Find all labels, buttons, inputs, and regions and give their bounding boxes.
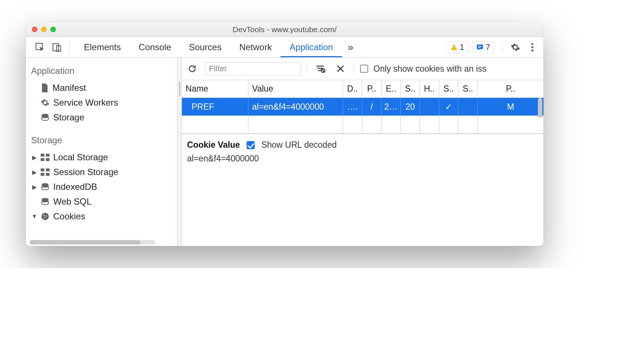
caret-right-icon[interactable]: ▶: [32, 154, 37, 161]
url-decoded-checkbox[interactable]: [247, 141, 255, 149]
cookie-value-text: al=en&f4=4000000: [187, 154, 538, 164]
sidebar-item-label: Cookies: [53, 211, 85, 222]
col-size[interactable]: S..: [401, 80, 420, 98]
svg-rect-19: [46, 173, 50, 176]
database-icon: [41, 197, 50, 206]
caret-down-icon[interactable]: ▼: [32, 213, 37, 220]
col-expires[interactable]: E..: [382, 80, 401, 98]
cell-domain: ….: [343, 98, 362, 116]
col-domain[interactable]: D..: [343, 80, 362, 98]
sidebar-item-indexeddb[interactable]: ▶ IndexedDB: [26, 179, 177, 194]
minimize-window-button[interactable]: [41, 27, 47, 32]
only-issues-checkbox[interactable]: [360, 65, 368, 73]
cell-path: /: [362, 98, 382, 116]
warnings-count: 1: [460, 42, 464, 52]
grid-header-row: Name Value D.. P.. E.. S.. H.. S.. S.. P…: [182, 80, 543, 98]
sidebar-item-cookies[interactable]: ▼ Cookies: [26, 209, 177, 224]
col-secure[interactable]: S..: [439, 80, 458, 98]
clear-all-icon[interactable]: [313, 61, 328, 76]
svg-point-24: [45, 215, 47, 216]
separator: [307, 63, 307, 74]
col-name[interactable]: Name: [182, 80, 248, 98]
database-icon: [41, 113, 50, 122]
separator: [502, 42, 503, 53]
col-value[interactable]: Value: [248, 80, 343, 98]
window-title: DevTools - www.youtube.com/: [26, 25, 543, 34]
cookie-value-heading: Cookie Value: [187, 140, 240, 150]
tab-application[interactable]: Application: [281, 37, 342, 57]
svg-rect-15: [46, 158, 50, 161]
messages-badge[interactable]: 7: [472, 41, 494, 53]
sidebar-item-label: Session Storage: [53, 167, 118, 177]
panel-tabs: Elements Console Sources Network Applica…: [75, 37, 444, 57]
cell-samesite: [458, 98, 478, 116]
sidebar-item-service-workers[interactable]: Service Workers: [26, 95, 177, 110]
cookie-row[interactable]: PREF al=en&f4=4000000 …. / 2… 20 ✓ M: [182, 98, 543, 116]
svg-rect-5: [477, 44, 483, 49]
svg-rect-7: [478, 47, 481, 48]
titlebar[interactable]: DevTools - www.youtube.com/: [26, 22, 543, 37]
tab-console[interactable]: Console: [130, 37, 180, 57]
svg-rect-13: [46, 154, 50, 157]
svg-rect-16: [41, 168, 44, 171]
sidebar-item-label: Web SQL: [53, 196, 92, 207]
only-issues-label: Only show cookies with an iss: [373, 64, 487, 74]
cookies-toolbar: Only show cookies with an iss: [182, 58, 543, 80]
col-path[interactable]: P..: [362, 80, 382, 98]
caret-right-icon[interactable]: ▶: [32, 169, 37, 176]
separator: [70, 42, 70, 53]
refresh-icon[interactable]: [185, 61, 200, 76]
zoom-window-button[interactable]: [50, 27, 56, 32]
separator: [354, 63, 354, 74]
svg-rect-14: [41, 158, 44, 161]
cell-size: 20: [401, 98, 420, 116]
grid-scrollbar[interactable]: [538, 98, 543, 118]
warning-icon: [450, 44, 458, 51]
filter-input[interactable]: [205, 62, 301, 75]
cell-httponly: [420, 98, 439, 116]
col-httponly[interactable]: H..: [420, 80, 439, 98]
sidebar-item-local-storage[interactable]: ▶ Local Storage: [26, 150, 177, 165]
section-title-storage: Storage: [26, 132, 177, 148]
cookie-detail: Cookie Value Show URL decoded al=en&f4=4…: [182, 134, 543, 170]
sidebar-item-session-storage[interactable]: ▶ Session Storage: [26, 165, 177, 179]
caret-right-icon[interactable]: ▶: [32, 184, 37, 191]
settings-icon[interactable]: [508, 40, 523, 55]
svg-rect-6: [478, 46, 482, 47]
more-tabs-button[interactable]: »: [342, 37, 360, 57]
sidebar-item-label: IndexedDB: [53, 182, 97, 192]
cookie-icon: [41, 212, 50, 221]
warnings-badge[interactable]: 1: [446, 41, 468, 53]
svg-point-10: [531, 49, 533, 51]
cell-name: PREF: [182, 98, 248, 116]
svg-point-22: [41, 213, 49, 220]
cell-expires: 2…: [382, 98, 401, 116]
grid-icon: [41, 154, 50, 161]
sidebar-item-websql[interactable]: ▶ Web SQL: [26, 194, 177, 209]
cell-secure: ✓: [439, 98, 458, 116]
message-icon: [476, 44, 484, 51]
tab-sources[interactable]: Sources: [180, 37, 230, 57]
svg-point-23: [43, 215, 44, 216]
inspect-element-icon[interactable]: [33, 40, 47, 55]
sidebar-scrollbar-thumb[interactable]: [30, 240, 140, 244]
tab-elements[interactable]: Elements: [75, 37, 130, 57]
cookies-grid: Name Value D.. P.. E.. S.. H.. S.. S.. P…: [182, 80, 543, 134]
device-toolbar-icon[interactable]: [50, 40, 64, 55]
kebab-menu-icon[interactable]: [525, 40, 540, 55]
sidebar-item-manifest[interactable]: Manifest: [26, 81, 177, 95]
sidebar-item-storage[interactable]: Storage: [26, 110, 177, 125]
close-window-button[interactable]: [32, 27, 37, 32]
svg-rect-3: [454, 46, 454, 48]
col-samesite[interactable]: S..: [458, 80, 478, 98]
application-sidebar: Application Manifest Service Workers Sto…: [26, 58, 177, 246]
cookies-panel: Only show cookies with an iss Name Value…: [182, 58, 543, 246]
section-title-application: Application: [26, 63, 177, 79]
delete-icon[interactable]: [333, 61, 348, 76]
svg-rect-4: [454, 49, 454, 49]
svg-rect-18: [41, 173, 44, 176]
col-priority[interactable]: P..: [478, 80, 543, 98]
tab-network[interactable]: Network: [230, 37, 281, 57]
grid-scrollbar-thumb[interactable]: [538, 98, 542, 118]
splitter-handle[interactable]: [177, 58, 182, 246]
